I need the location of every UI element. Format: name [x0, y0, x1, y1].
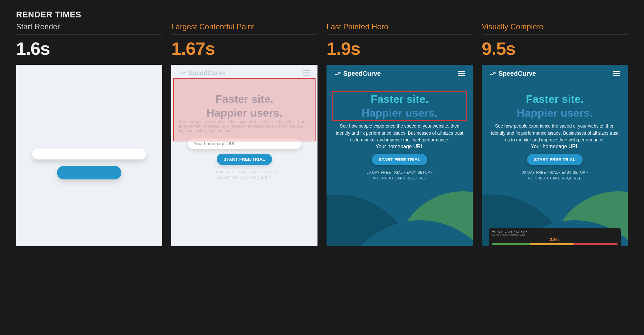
filmstrip-frame[interactable]: SpeedCurve Faster site. Happier users. S…: [171, 65, 317, 246]
metric-value: 1.6s: [16, 35, 162, 65]
metric-start-render: Start Render 1.6s: [16, 20, 162, 246]
metric-value: 1.9s: [327, 35, 473, 65]
speedcurve-logo: SpeedCurve: [489, 70, 536, 77]
dashboard-bar: [492, 243, 618, 245]
metric-label: Largest Contentful Paint: [171, 20, 317, 35]
hero-headline-2: Happier users.: [206, 106, 282, 120]
metric-value: 1.67s: [171, 35, 317, 65]
trial-note: 30-DAY FREE TRIAL • EASY SETUP • NO CRED…: [366, 170, 432, 181]
speedcurve-logo-icon: [489, 70, 497, 77]
metric-label: Last Painted Hero: [327, 20, 473, 35]
cta-button: START FREE TRIAL: [527, 154, 583, 165]
metric-visually-complete: Visually Complete 9.5s SpeedCurve Faster…: [482, 20, 628, 246]
dashboard-preview-card: VITALS: LAST 7 DAYS ▾ LARGEST CONTENTFUL…: [489, 228, 621, 246]
url-input: Your homepage URL: [531, 144, 579, 149]
url-input: Your homepage URL: [188, 138, 301, 149]
speedcurve-logo: SpeedCurve: [334, 70, 381, 77]
filmstrip-frame[interactable]: [16, 65, 162, 246]
metrics-row: Start Render 1.6s Largest Contentful Pai…: [16, 20, 628, 246]
trial-note: 30-DAY FREE TRIAL • EASY SETUP • NO CRED…: [522, 170, 588, 181]
hero-headline-2: Happier users.: [362, 106, 438, 120]
filmstrip-frame[interactable]: SpeedCurve Faster site. Happier users. S…: [482, 65, 628, 246]
hero-headline-1: Faster site.: [371, 92, 429, 106]
background-waves: [327, 182, 473, 246]
dashboard-subtitle: LARGEST CONTENTFUL PAINT: [492, 234, 618, 236]
hero-subtext: See how people experience the speed of y…: [332, 120, 467, 144]
hero-headline-1: Faster site.: [215, 92, 273, 106]
hero-subtext: See how people experience the speed of y…: [488, 120, 622, 144]
hamburger-icon: [613, 71, 620, 76]
brand-name: SpeedCurve: [343, 70, 381, 77]
speedcurve-logo: SpeedCurve: [179, 69, 226, 77]
hero-subtext: See how people experience the speed of y…: [177, 120, 312, 133]
preview-header: SpeedCurve: [332, 69, 467, 80]
speedcurve-logo-icon: [334, 70, 341, 77]
section-title: RENDER TIMES: [16, 10, 628, 20]
filmstrip-frame[interactable]: SpeedCurve Faster site. Happier users. S…: [327, 65, 473, 246]
hamburger-icon: [458, 71, 465, 76]
cta-button-skeleton: [57, 166, 121, 179]
metric-value: 9.5s: [482, 35, 628, 65]
metric-label: Visually Complete: [482, 20, 628, 35]
hero-headline-1: Faster site.: [526, 92, 584, 106]
metric-label: Start Render: [16, 20, 162, 35]
trial-note: 30-DAY FREE TRIAL • EASY SETUP • NO CRED…: [211, 169, 277, 181]
cta-button: START FREE TRIAL: [372, 154, 428, 165]
preview-header: SpeedCurve: [177, 68, 312, 79]
speedcurve-logo-icon: [179, 70, 186, 77]
url-input: Your homepage URL: [376, 144, 424, 149]
dashboard-metric: 2.86s: [492, 237, 618, 242]
hero-headline-2: Happier users.: [517, 106, 593, 120]
metric-lcp: Largest Contentful Paint 1.67s SpeedCurv…: [171, 20, 317, 246]
url-input-skeleton: [32, 148, 146, 159]
preview-header: SpeedCurve: [488, 69, 622, 80]
dashboard-title: VITALS: LAST 7 DAYS ▾: [492, 230, 618, 233]
brand-name: SpeedCurve: [188, 69, 226, 77]
hamburger-icon: [303, 70, 310, 76]
cta-button: START FREE TRIAL: [217, 154, 272, 165]
metric-last-painted-hero: Last Painted Hero 1.9s SpeedCurve Faster…: [327, 20, 473, 246]
brand-name: SpeedCurve: [498, 70, 536, 77]
